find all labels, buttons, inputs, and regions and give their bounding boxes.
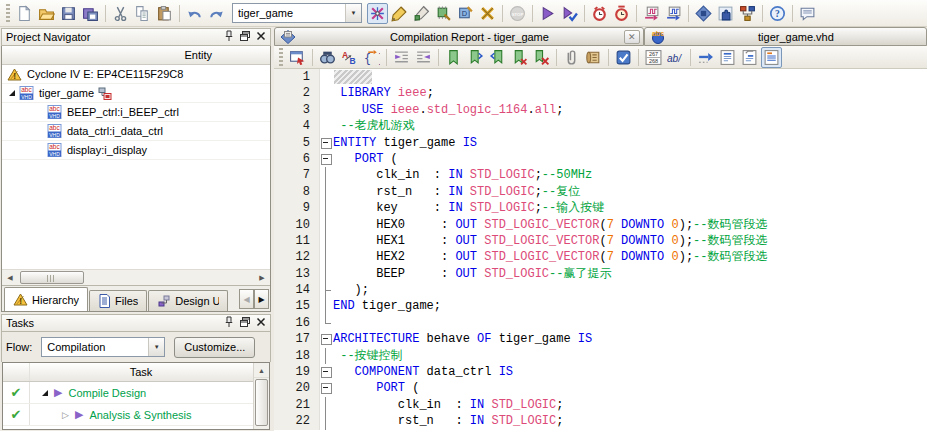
- save-button[interactable]: [58, 3, 79, 24]
- design-partition-button[interactable]: D: [455, 3, 476, 24]
- timequest-analyzer-button[interactable]: [589, 3, 610, 24]
- new-file-button[interactable]: [14, 3, 35, 24]
- code-line-10[interactable]: 10 HEX0 : OUT STD_LOGIC_VECTOR(7 DOWNTO …: [274, 217, 927, 233]
- restore-button[interactable]: [238, 30, 252, 44]
- code-line-19[interactable]: 19 COMPONENT data_ctrl IS: [274, 364, 927, 380]
- start-compilation-button[interactable]: [537, 3, 558, 24]
- bookmark-clear-all-button[interactable]: [531, 47, 552, 68]
- simulation-waveform-button[interactable]: [641, 3, 662, 24]
- copy-button[interactable]: [132, 3, 153, 24]
- task-expander-icon[interactable]: [42, 390, 48, 396]
- project-select[interactable]: tiger_game ▼: [232, 3, 362, 23]
- unindent-button[interactable]: [413, 47, 434, 68]
- attach-button[interactable]: [561, 47, 582, 68]
- find-button[interactable]: [317, 47, 338, 68]
- code-line-2[interactable]: 2 LIBRARY ieee;: [274, 85, 927, 101]
- tree-item-beep-ctrl-i-beep-ctrl[interactable]: abcVHDBEEP_ctrl:i_BEEP_ctrl: [2, 103, 270, 122]
- assignment-editor-button[interactable]: [389, 3, 410, 24]
- settings-button[interactable]: [367, 3, 388, 24]
- code-line-21[interactable]: 21 clk_in : IN STD_LOGIC;: [274, 397, 927, 413]
- tree-item-display-i-display[interactable]: abcVHDdisplay:i_display: [2, 141, 270, 160]
- hscroll-thumb[interactable]: [20, 271, 84, 284]
- line-numbers-button[interactable]: 267268: [643, 47, 664, 68]
- window-manager-button[interactable]: [287, 47, 308, 68]
- code-editor[interactable]: 12 LIBRARY ieee;3 USE ieee.std_logic_116…: [274, 69, 927, 431]
- code-line-3[interactable]: 3 USE ieee.std_logic_1164.all;: [274, 102, 927, 118]
- task-row-analysis-synthesis[interactable]: ✔▷▶Analysis & Synthesis: [3, 404, 269, 426]
- code-line-14[interactable]: 14 );: [274, 282, 927, 298]
- customize-button[interactable]: Customize...: [174, 337, 255, 358]
- timing-analyzer-button[interactable]: [611, 3, 632, 24]
- scroll-left-icon[interactable]: ◀: [2, 271, 18, 284]
- cut-button[interactable]: [110, 3, 131, 24]
- task-row-compile-design[interactable]: ✔▶Compile Design: [3, 382, 269, 404]
- view-normal-button[interactable]: [717, 47, 738, 68]
- task-expander-icon[interactable]: ▷: [62, 410, 69, 420]
- doc-tab-tiger-game-vhd[interactable]: abctiger_game.vhd: [644, 27, 927, 46]
- tree-item-cyclone-iv-e-ep4ce115f29c8[interactable]: !Cyclone IV E: EP4CE115F29C8: [2, 65, 270, 84]
- pin-button[interactable]: [222, 316, 236, 330]
- code-fold-toggle-icon[interactable]: [320, 135, 333, 151]
- chevron-down-icon[interactable]: ▼: [345, 4, 361, 22]
- code-line-6[interactable]: 6 PORT (: [274, 151, 927, 167]
- flow-select[interactable]: Compilation ▼: [41, 337, 165, 357]
- start-analysis-synthesis-button[interactable]: [559, 3, 580, 24]
- chip-planner-button[interactable]: [715, 3, 736, 24]
- close-tab-button[interactable]: ✕: [624, 30, 640, 44]
- doc-tab-compilation-report-tiger-game[interactable]: Compilation Report - tiger_game✕: [274, 27, 644, 46]
- code-line-16[interactable]: 16: [274, 315, 927, 331]
- find-delimiter-button[interactable]: { }: [361, 47, 382, 68]
- chevron-down-icon[interactable]: ▼: [148, 338, 164, 356]
- tree-expander-icon[interactable]: [9, 90, 15, 96]
- toolbar-grip[interactable]: [6, 4, 10, 22]
- programmer-button[interactable]: [693, 3, 714, 24]
- insert-template-button[interactable]: [583, 47, 604, 68]
- analyze-file-button[interactable]: [613, 47, 634, 68]
- run-task-icon[interactable]: ▶: [75, 408, 83, 421]
- code-line-5[interactable]: 5ENTITY tiger_game IS: [274, 135, 927, 151]
- save-project-button[interactable]: [80, 3, 101, 24]
- code-line-11[interactable]: 11 HEX1 : OUT STD_LOGIC_VECTOR(7 DOWNTO …: [274, 233, 927, 249]
- tab-hierarchy[interactable]: !Hierarchy: [4, 287, 88, 311]
- vector-waveform-button[interactable]: [663, 3, 684, 24]
- tab-scroll-left-icon[interactable]: ◀: [239, 289, 254, 309]
- bookmark-next-button[interactable]: [465, 47, 486, 68]
- code-line-13[interactable]: 13 BEEP : OUT STD_LOGIC--赢了提示: [274, 266, 927, 282]
- code-line-18[interactable]: 18 --按键控制: [274, 348, 927, 364]
- scroll-up-icon[interactable]: ▲: [254, 363, 269, 378]
- restore-button[interactable]: [238, 316, 252, 330]
- code-line-7[interactable]: 7 clk_in : IN STD_LOGIC;--50MHz: [274, 167, 927, 183]
- whitespace-button[interactable]: ab/: [665, 47, 686, 68]
- code-fold-toggle-icon[interactable]: [320, 331, 333, 347]
- help-button[interactable]: ?: [767, 3, 788, 24]
- vscroll-thumb[interactable]: [255, 379, 268, 426]
- run-task-icon[interactable]: ▶: [54, 386, 62, 399]
- scroll-right-icon[interactable]: ▶: [254, 271, 270, 284]
- code-line-20[interactable]: 20 PORT (: [274, 380, 927, 396]
- replace-button[interactable]: AB: [339, 47, 360, 68]
- remove-assignments-button[interactable]: [477, 3, 498, 24]
- feedback-button[interactable]: [797, 3, 818, 24]
- chip-editor-button[interactable]: [433, 3, 454, 24]
- code-line-1[interactable]: 1: [274, 69, 927, 85]
- code-line-4[interactable]: 4 --老虎机游戏: [274, 118, 927, 134]
- pin-button[interactable]: [222, 30, 236, 44]
- bookmark-clear-button[interactable]: [509, 47, 530, 68]
- goto-button[interactable]: [695, 47, 716, 68]
- view-fold-button[interactable]: [739, 47, 760, 68]
- tab-scroll-right-icon[interactable]: ▶: [254, 289, 269, 309]
- undo-button[interactable]: [184, 3, 205, 24]
- pin-planner-button[interactable]: [411, 3, 432, 24]
- tree-item-tiger-game[interactable]: abcVHDtiger_game: [2, 84, 270, 103]
- code-line-15[interactable]: 15END tiger_game;: [274, 298, 927, 314]
- indent-button[interactable]: [391, 47, 412, 68]
- open-file-button[interactable]: [36, 3, 57, 24]
- paste-button[interactable]: [154, 3, 175, 24]
- tasks-vscrollbar[interactable]: ▲: [253, 363, 269, 429]
- tab-files[interactable]: Files: [89, 290, 147, 311]
- toolbar-grip[interactable]: [279, 48, 283, 66]
- close-button[interactable]: [254, 316, 268, 330]
- code-line-8[interactable]: 8 rst_n : IN STD_LOGIC;--复位: [274, 184, 927, 200]
- code-fold-toggle-icon[interactable]: [320, 364, 333, 380]
- code-fold-toggle-icon[interactable]: [320, 380, 333, 396]
